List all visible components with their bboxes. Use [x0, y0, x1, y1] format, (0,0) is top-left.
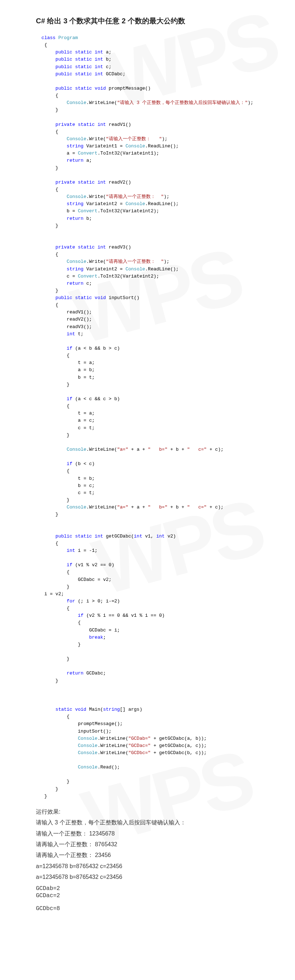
field-c: c;: [106, 64, 112, 70]
txt: c = t;: [78, 490, 95, 496]
str-prompt: "请输入 3 个正整数，每个正整数输入后按回车键确认输入：": [117, 100, 248, 105]
method-gcd: getGCDabc(: [106, 534, 134, 539]
kw-string: string: [67, 266, 84, 272]
method-main: Main(: [86, 707, 103, 712]
call: .WriteLine(: [86, 504, 117, 510]
txt: b = c;: [78, 483, 95, 488]
txt: (v2 % i == 0 && v1 % i == 0): [84, 613, 165, 618]
kw-method: public static void: [56, 295, 106, 301]
txt: + c);: [207, 447, 223, 452]
kw-field: public static int: [56, 64, 104, 70]
output-line: 请输入 3 个正整数，每个正整数输入后按回车键确认输入：: [36, 817, 277, 828]
kw-return: return: [67, 158, 84, 163]
method-inputsort: inputSort(): [109, 295, 140, 301]
kw-class: class: [41, 35, 56, 41]
kw-method: public static void: [56, 86, 106, 91]
call: .Write(: [86, 136, 106, 142]
kw-int: int: [134, 534, 142, 539]
str: "GCDbc=": [128, 750, 150, 756]
call: .WriteLine(: [97, 750, 129, 756]
str: "GCDab=": [128, 736, 150, 741]
cls-console: Console: [67, 100, 86, 105]
txt: (v1 % v2 == 0): [72, 562, 114, 568]
cls-convert: Convert: [78, 274, 97, 279]
method-prompt: promptMessage(): [109, 86, 151, 91]
str: " b=": [148, 447, 167, 452]
cls-console: Console: [78, 743, 97, 748]
txt: readV2();: [67, 317, 92, 322]
close: );: [164, 194, 169, 199]
output-line: 请输入一个正整数： 12345678: [36, 828, 277, 839]
txt: v1,: [142, 534, 156, 539]
txt: readV1();: [67, 309, 92, 315]
output-line: a=12345678 b=8765432 c=23456: [36, 861, 277, 872]
cls-console: Console: [126, 201, 145, 207]
str: " b=": [148, 504, 167, 510]
output-line: 请再输入一个正整数： 23456: [36, 850, 277, 861]
method-readv3: readV3(): [109, 245, 131, 250]
cls-console: Console: [67, 136, 86, 142]
cls-console: Console: [126, 266, 145, 272]
cls-console: Console: [78, 765, 97, 770]
kw-int: int: [67, 548, 75, 553]
txt: a =: [67, 151, 78, 156]
kw-string: string: [103, 707, 120, 712]
kw-int: int: [67, 331, 75, 337]
txt: b;: [84, 216, 92, 221]
txt: a = c;: [78, 418, 95, 423]
call: .WriteLine(: [97, 736, 129, 741]
txt: GCDabc = i;: [89, 627, 120, 633]
output-label: 运行效果:: [36, 807, 277, 817]
kw-method: private static int: [56, 245, 106, 250]
output-line: GCDab=2: [36, 885, 277, 892]
kw-break: break: [89, 635, 103, 640]
kw-string: string: [67, 143, 84, 149]
txt: (; i > 0; i-=2): [75, 598, 120, 604]
txt: + c);: [207, 504, 223, 510]
txt: (a < c && c > b): [72, 396, 120, 402]
close: );: [162, 136, 167, 142]
cls-console: Console: [67, 259, 86, 264]
txt: + getGCDabc(b, c));: [151, 750, 207, 756]
txt: GCDabc = v2;: [78, 577, 112, 582]
txt: (b < c): [72, 461, 94, 466]
output-line: GCDac=2: [36, 892, 277, 900]
kw-if: if: [67, 461, 72, 466]
field-a: a;: [106, 49, 112, 55]
txt: .ReadLine();: [145, 266, 179, 272]
str: "a=": [117, 504, 128, 510]
close: );: [248, 100, 254, 105]
cls-convert: Convert: [78, 208, 97, 214]
kw-field: public static int: [56, 49, 104, 55]
txt: GCDabc;: [84, 671, 106, 676]
txt: [] args): [120, 707, 142, 712]
txt: .ReadLine();: [145, 201, 179, 207]
kw-if: if: [67, 562, 72, 568]
txt: c = t;: [78, 425, 95, 431]
txt: t = b;: [78, 476, 95, 481]
txt: + b +: [167, 447, 187, 452]
txt: t = a;: [78, 410, 95, 416]
txt: v2): [165, 534, 176, 539]
txt: ;: [103, 635, 106, 640]
txt: i = v2;: [44, 591, 64, 597]
txt: + a +: [128, 447, 148, 452]
str: "请再输入一个正整数： ": [106, 194, 164, 199]
output-line: 请再输入一个正整数： 8765432: [36, 839, 277, 850]
str: " c=": [187, 504, 207, 510]
txt: a = b;: [78, 367, 95, 372]
output-line: GCDbc=8: [36, 903, 277, 914]
txt: .Read();: [97, 765, 120, 770]
field-b: b;: [106, 57, 112, 62]
close: );: [164, 259, 169, 264]
txt: i = -1;: [75, 548, 97, 553]
txt: + getGCDabc(a, c));: [151, 743, 207, 748]
kw-int: int: [156, 534, 164, 539]
txt: Variateint2 =: [84, 201, 126, 207]
call: .WriteLine(: [86, 447, 117, 452]
str: "GCDac=": [128, 743, 150, 748]
txt: + b +: [167, 504, 187, 510]
call: .Write(: [86, 194, 106, 199]
txt: .ToInt32(Variateint2);: [97, 208, 159, 214]
field-gcd: GCDabc;: [106, 72, 126, 77]
